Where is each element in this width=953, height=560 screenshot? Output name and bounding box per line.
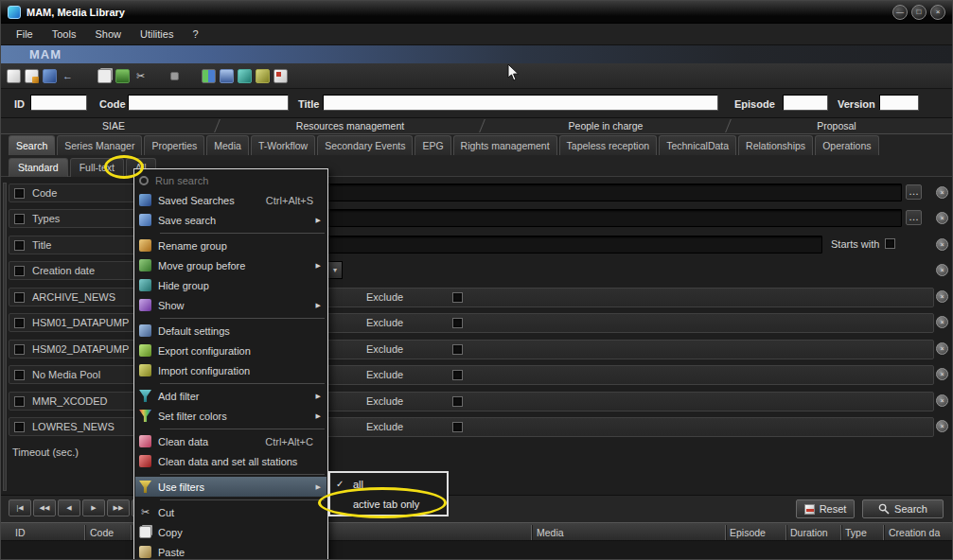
tab-tapeless-reception[interactable]: Tapeless reception: [559, 135, 658, 155]
flask-icon[interactable]: [238, 69, 252, 83]
menu-item-cut[interactable]: Cut: [135, 502, 326, 522]
hsm02-exclude-checkbox[interactable]: [452, 344, 463, 355]
archive-news-remove-button[interactable]: ×: [936, 290, 948, 303]
menu-item-show[interactable]: Show ▶: [135, 295, 326, 315]
reset-button[interactable]: Reset: [796, 499, 855, 518]
code-more-button[interactable]: …: [906, 184, 922, 200]
chart-icon[interactable]: [115, 69, 130, 83]
subtab-standard[interactable]: Standard: [9, 158, 68, 177]
search-button[interactable]: Search: [862, 499, 944, 518]
menu-utilities[interactable]: Utilities: [132, 26, 181, 42]
creation-date-checkbox[interactable]: [14, 266, 25, 276]
types-remove-button[interactable]: ×: [936, 212, 948, 224]
menu-item-clean-data[interactable]: Clean data Ctrl+Alt+C: [135, 431, 326, 451]
tab-group-siae[interactable]: SIAE: [10, 120, 217, 131]
tab-operations[interactable]: Operations: [815, 135, 878, 155]
title-field[interactable]: [323, 95, 718, 111]
column-divider[interactable]: [531, 525, 532, 540]
menu-show[interactable]: Show: [87, 26, 129, 42]
report-icon[interactable]: [274, 69, 288, 83]
menu-item-saved-searches[interactable]: Saved Searches Ctrl+Alt+S: [135, 190, 326, 210]
hsm01-exclude-checkbox[interactable]: [452, 318, 463, 328]
tab-properties[interactable]: Properties: [144, 135, 204, 155]
lowres-news-checkbox[interactable]: [14, 422, 25, 432]
code-field[interactable]: [128, 95, 289, 111]
column-duration[interactable]: Duration: [790, 527, 828, 538]
mmr-xcoded-exclude-checkbox[interactable]: [452, 396, 463, 407]
column-episode[interactable]: Episode: [730, 527, 766, 538]
tab-epg[interactable]: EPG: [415, 135, 450, 155]
no-media-pool-exclude-checkbox[interactable]: [452, 370, 463, 380]
archive-news-exclude-checkbox[interactable]: [452, 292, 463, 303]
next-page-button[interactable]: ▶: [82, 499, 105, 516]
copy-icon[interactable]: [97, 69, 112, 83]
title-remove-button[interactable]: ×: [936, 238, 948, 251]
menu-item-copy[interactable]: Copy: [135, 522, 326, 542]
tab-rights-management[interactable]: Rights management: [453, 135, 557, 155]
combo-dropdown-icon[interactable]: ▼: [327, 262, 342, 278]
column-divider[interactable]: [725, 525, 726, 540]
tab-group-resources[interactable]: Resources management: [219, 120, 482, 131]
close-button[interactable]: ×: [930, 5, 945, 20]
code-remove-button[interactable]: ×: [936, 186, 948, 199]
version-field[interactable]: [879, 95, 919, 111]
lowres-news-exclude-checkbox[interactable]: [452, 422, 463, 432]
tab-t-workflow[interactable]: T-Workflow: [251, 135, 315, 155]
no-media-pool-checkbox[interactable]: [14, 370, 25, 380]
tab-search[interactable]: Search: [9, 135, 55, 155]
menu-item-hide-group[interactable]: Hide group: [135, 275, 326, 295]
fast-next-button[interactable]: ▶▶: [107, 499, 130, 516]
starts-with-checkbox[interactable]: [885, 238, 895, 249]
column-creation-date[interactable]: Creation da: [889, 527, 940, 538]
edit-document-icon[interactable]: [25, 69, 39, 83]
export-icon[interactable]: [256, 69, 270, 83]
tab-group-proposal[interactable]: Proposal: [730, 120, 944, 131]
panel-splitter[interactable]: [3, 183, 7, 491]
new-document-icon[interactable]: [7, 69, 21, 83]
tab-group-people[interactable]: People in charge: [484, 120, 728, 131]
column-divider[interactable]: [883, 525, 884, 540]
hsm01-checkbox[interactable]: [14, 318, 25, 328]
column-divider[interactable]: [785, 525, 786, 540]
no-media-pool-remove-button[interactable]: ×: [936, 368, 948, 380]
archive-icon[interactable]: [220, 69, 234, 83]
tab-series-manager[interactable]: Series Manager: [57, 135, 142, 155]
menu-item-use-filters[interactable]: Use filters ▶: [135, 477, 326, 497]
menu-item-move-group-before[interactable]: Move group before ▶: [135, 255, 326, 275]
save-icon[interactable]: [43, 69, 57, 83]
menu-item-set-filter-colors[interactable]: Set filter colors ▶: [135, 406, 326, 426]
menu-item-save-search[interactable]: Save search ▶: [135, 210, 326, 230]
column-type[interactable]: Type: [845, 527, 867, 538]
column-divider[interactable]: [131, 525, 132, 540]
menu-item-clean-data-all-stations[interactable]: Clean data and set all stations: [135, 451, 326, 471]
menu-item-import-configuration[interactable]: Import configuration: [135, 360, 326, 380]
tab-media[interactable]: Media: [206, 135, 249, 155]
cut-icon[interactable]: [133, 69, 148, 83]
mmr-xcoded-checkbox[interactable]: [14, 396, 25, 407]
column-divider[interactable]: [84, 525, 85, 540]
new-media-icon[interactable]: [202, 69, 216, 83]
minimize-button[interactable]: —: [892, 5, 908, 20]
maximize-button[interactable]: □: [911, 5, 927, 20]
title-checkbox[interactable]: [14, 240, 25, 251]
column-id[interactable]: ID: [15, 527, 26, 538]
menu-item-rename-group[interactable]: Rename group: [135, 236, 326, 255]
column-media[interactable]: Media: [537, 527, 564, 538]
tab-technicaldata[interactable]: TechnicalData: [659, 135, 736, 155]
submenu-item-all[interactable]: ✓ all: [331, 474, 446, 494]
hsm02-remove-button[interactable]: ×: [936, 342, 948, 355]
first-page-button[interactable]: |◀: [9, 499, 31, 516]
hsm02-checkbox[interactable]: [14, 344, 25, 355]
menu-help[interactable]: ?: [185, 26, 205, 42]
mmr-xcoded-remove-button[interactable]: ×: [936, 394, 948, 407]
code-checkbox[interactable]: [14, 188, 25, 199]
undo-icon[interactable]: [61, 69, 75, 83]
menu-tools[interactable]: Tools: [44, 26, 84, 42]
fast-prev-button[interactable]: ◀◀: [33, 499, 56, 516]
menu-item-paste[interactable]: Paste: [135, 542, 326, 560]
lowres-news-remove-button[interactable]: ×: [936, 420, 948, 432]
types-more-button[interactable]: …: [906, 210, 922, 225]
tab-secondary-events[interactable]: Secondary Events: [317, 135, 413, 155]
submenu-item-active-tab-only[interactable]: active tab only: [331, 494, 446, 514]
menu-file[interactable]: File: [9, 26, 41, 42]
